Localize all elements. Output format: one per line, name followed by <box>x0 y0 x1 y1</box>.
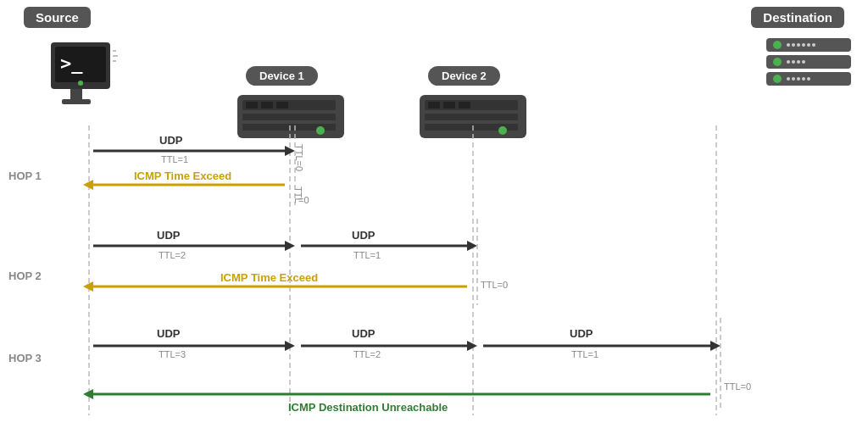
svg-rect-21 <box>428 102 440 108</box>
svg-text:TTL=0: TTL=0 <box>724 381 751 392</box>
svg-rect-3 <box>70 89 82 99</box>
svg-text:TTL=2: TTL=2 <box>159 250 186 260</box>
svg-text:UDP: UDP <box>159 134 183 147</box>
svg-marker-30 <box>285 146 295 156</box>
svg-text:UDP: UDP <box>570 327 593 340</box>
svg-text:TTL: TTL <box>293 186 303 203</box>
device2-icon <box>418 93 528 140</box>
hop3-label: HOP 3 <box>8 352 42 364</box>
svg-text:>_: >_ <box>60 53 83 74</box>
svg-text:ICMP Time Exceed: ICMP Time Exceed <box>134 170 231 182</box>
source-computer-icon: >_ <box>47 34 123 127</box>
svg-marker-57 <box>467 341 477 351</box>
svg-text:=0: =0 <box>298 195 309 205</box>
svg-text:UDP: UDP <box>157 229 181 242</box>
svg-point-16 <box>316 126 325 135</box>
svg-point-24 <box>498 126 507 135</box>
svg-marker-40 <box>285 241 295 251</box>
svg-rect-14 <box>261 102 273 108</box>
svg-marker-44 <box>467 241 477 251</box>
svg-point-5 <box>78 81 83 86</box>
svg-marker-53 <box>285 341 295 351</box>
svg-marker-67 <box>83 389 93 399</box>
svg-text:UDP: UDP <box>352 327 376 340</box>
svg-text:ICMP Destination Unreachable: ICMP Destination Unreachable <box>288 401 448 414</box>
svg-text:UDP: UDP <box>157 327 181 340</box>
svg-rect-15 <box>276 102 288 108</box>
source-label: Source <box>24 7 91 28</box>
svg-text:TTL=1: TTL=1 <box>571 349 598 359</box>
destination-servers <box>766 38 851 89</box>
svg-text:TTL=0: TTL=0 <box>294 144 304 171</box>
device1-icon <box>236 93 346 140</box>
svg-rect-19 <box>425 114 518 120</box>
svg-text:ICMP Time Exceed: ICMP Time Exceed <box>220 271 318 284</box>
svg-text:TTL=2: TTL=2 <box>353 349 381 359</box>
svg-rect-4 <box>62 99 91 104</box>
svg-rect-13 <box>246 102 258 108</box>
svg-rect-23 <box>459 102 470 108</box>
destination-label: Destination <box>751 7 844 28</box>
svg-marker-50 <box>83 281 93 292</box>
svg-marker-37 <box>83 180 93 190</box>
svg-rect-22 <box>443 102 455 108</box>
device2-label: Device 2 <box>428 66 500 86</box>
diagram: Source Destination >_ Device 1 Device 2 <box>0 0 868 445</box>
svg-text:TTL=1: TTL=1 <box>353 250 381 260</box>
svg-text:UDP: UDP <box>352 229 376 242</box>
hop2-label: HOP 2 <box>8 270 42 282</box>
svg-text:TTL=3: TTL=3 <box>159 349 186 359</box>
svg-marker-61 <box>710 341 721 351</box>
hop1-label: HOP 1 <box>8 170 42 182</box>
svg-rect-11 <box>242 114 336 120</box>
svg-text:TTL=0: TTL=0 <box>481 280 508 290</box>
svg-text:TTL=1: TTL=1 <box>161 154 188 164</box>
device1-label: Device 1 <box>246 66 318 86</box>
